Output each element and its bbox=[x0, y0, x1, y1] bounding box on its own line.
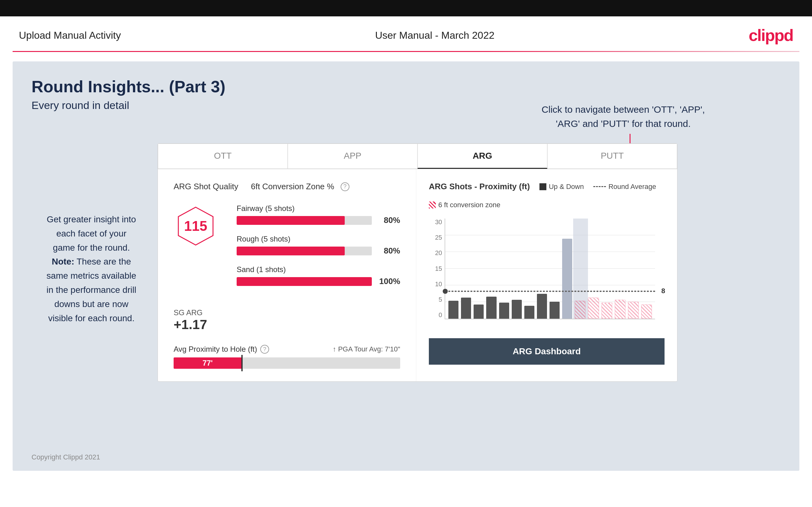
desc-line1: Get greater insight into bbox=[47, 215, 136, 224]
chart-bar-2 bbox=[461, 297, 471, 319]
proximity-label: Avg Proximity to Hole (ft) ? bbox=[173, 345, 269, 354]
sand-pct: 100% bbox=[378, 277, 400, 286]
left-description: Get greater insight into each facet of y… bbox=[32, 213, 151, 325]
sg-value: +1.17 bbox=[173, 317, 400, 332]
chart-title: ARG Shots - Proximity (ft) bbox=[429, 182, 530, 191]
y-label-10: 10 bbox=[429, 281, 442, 288]
sg-label: SG ARG bbox=[173, 308, 400, 317]
proximity-value: 77' bbox=[203, 359, 213, 368]
legend-roundavg: Round Average bbox=[593, 183, 656, 191]
right-panel: ARG Shots - Proximity (ft) Up & Down Rou… bbox=[416, 169, 677, 381]
rough-bar-row: Rough (5 shots) 80% bbox=[237, 235, 400, 256]
y-label-15: 15 bbox=[429, 265, 442, 272]
sand-track: 100% bbox=[237, 277, 400, 286]
rough-track: 80% bbox=[237, 246, 400, 256]
legend-updown-square bbox=[540, 183, 546, 190]
legend-6ft-label: 6 ft conversion zone bbox=[438, 201, 500, 209]
shot-quality-label: ARG Shot Quality bbox=[173, 182, 238, 191]
clippd-logo: clippd bbox=[749, 26, 793, 45]
proximity-text: Avg Proximity to Hole (ft) bbox=[173, 345, 257, 354]
pga-avg-label: ↑ PGA Tour Avg: 7'10" bbox=[333, 345, 400, 353]
legend-6ft: 6 ft conversion zone bbox=[429, 201, 500, 209]
bar-chart: 0 5 10 15 20 25 30 bbox=[429, 219, 665, 338]
ref-line: 8 bbox=[445, 291, 655, 292]
rough-pct: 80% bbox=[378, 246, 400, 256]
user-manual-label: User Manual - March 2022 bbox=[375, 30, 494, 41]
chart-header: ARG Shots - Proximity (ft) Up & Down Rou… bbox=[429, 182, 665, 209]
chart-bar-hatch-2 bbox=[588, 297, 599, 319]
sg-container: SG ARG +1.17 bbox=[173, 308, 400, 332]
left-panel: ARG Shot Quality 6ft Conversion Zone % ?… bbox=[158, 169, 416, 381]
fairway-track: 80% bbox=[237, 215, 400, 225]
section-header: ARG Shot Quality 6ft Conversion Zone % ? bbox=[173, 182, 400, 191]
y-label-0: 0 bbox=[429, 312, 442, 319]
proximity-bar-fill: 77' bbox=[173, 357, 242, 369]
chart-bar-1 bbox=[448, 301, 458, 319]
sand-bg bbox=[237, 277, 372, 286]
proximity-bar-track: 77' bbox=[173, 357, 400, 369]
help-icon[interactable]: ? bbox=[341, 182, 349, 191]
y-label-20: 20 bbox=[429, 249, 442, 257]
ref-dot bbox=[443, 289, 448, 294]
desc-line2: each facet of your bbox=[56, 229, 127, 238]
tab-arg[interactable]: ARG bbox=[417, 144, 547, 169]
legend-updown-label: Up & Down bbox=[549, 183, 584, 191]
chart-bar-hatch-4 bbox=[615, 300, 625, 319]
rough-fill bbox=[237, 246, 345, 256]
hex-score: 115 bbox=[184, 218, 207, 234]
header: Upload Manual Activity User Manual - Mar… bbox=[0, 16, 812, 51]
chart-bar-9 bbox=[550, 302, 560, 319]
tab-ott[interactable]: OTT bbox=[158, 144, 288, 169]
chart-bar-highlight bbox=[562, 239, 572, 319]
top-bar bbox=[0, 0, 812, 16]
fairway-fill bbox=[237, 216, 345, 225]
fairway-label: Fairway (5 shots) bbox=[237, 204, 400, 213]
y-label-25: 25 bbox=[429, 234, 442, 241]
chart-bar-3 bbox=[473, 304, 484, 319]
upload-activity-label: Upload Manual Activity bbox=[19, 30, 121, 41]
legend-hatch-square bbox=[429, 202, 436, 209]
chart-area: 0 5 10 15 20 25 30 bbox=[445, 219, 655, 319]
legend-roundavg-label: Round Average bbox=[608, 183, 656, 191]
y-label-30: 30 bbox=[429, 219, 442, 226]
nav-annotation-line2: 'ARG' and 'PUTT' for that round. bbox=[542, 116, 705, 131]
dashboard-panel: OTT APP ARG PUTT ARG Shot Quality 6ft Co… bbox=[158, 143, 677, 382]
rough-bg bbox=[237, 246, 372, 256]
rough-label: Rough (5 shots) bbox=[237, 235, 400, 243]
nav-annotation-line1: Click to navigate between 'OTT', 'APP', bbox=[542, 102, 705, 116]
fairway-bg bbox=[237, 216, 372, 225]
chart-bar-hatch-5 bbox=[628, 302, 639, 319]
hex-bars-container: 115 Fairway (5 shots) 80% bbox=[173, 204, 400, 296]
header-divider bbox=[13, 51, 799, 52]
desc-line8: visible for each round. bbox=[48, 313, 135, 323]
chart-bar-hatch-6 bbox=[641, 304, 652, 319]
arg-dashboard-button[interactable]: ARG Dashboard bbox=[429, 338, 665, 365]
chart-bar-5 bbox=[499, 303, 509, 319]
fairway-pct: 80% bbox=[378, 215, 400, 225]
proximity-help-icon[interactable]: ? bbox=[260, 345, 269, 354]
sand-bar-row: Sand (1 shots) 100% bbox=[237, 265, 400, 286]
tab-putt[interactable]: PUTT bbox=[547, 144, 677, 169]
sand-fill bbox=[237, 277, 372, 286]
chart-bar-4 bbox=[486, 297, 496, 319]
desc-note: Note: bbox=[52, 257, 74, 267]
desc-line4: These are the bbox=[77, 257, 131, 267]
footer-copyright: Copyright Clippd 2021 bbox=[32, 453, 100, 461]
tab-app[interactable]: APP bbox=[288, 144, 417, 169]
desc-line3: game for the round. bbox=[53, 243, 130, 252]
desc-line6: in the performance drill bbox=[47, 285, 137, 295]
sand-label: Sand (1 shots) bbox=[237, 265, 400, 274]
y-labels: 0 5 10 15 20 25 30 bbox=[429, 219, 442, 319]
desc-line7: downs but are now bbox=[54, 299, 128, 309]
fairway-bar-row: Fairway (5 shots) 80% bbox=[237, 204, 400, 225]
main-content: Round Insights... (Part 3) Every round i… bbox=[13, 61, 799, 471]
panel-body: ARG Shot Quality 6ft Conversion Zone % ?… bbox=[158, 169, 677, 381]
chart-bar-hatch-3 bbox=[602, 303, 612, 319]
legend-updown: Up & Down bbox=[540, 183, 584, 191]
legend-dashed-line bbox=[593, 186, 606, 187]
ref-label: 8 bbox=[661, 287, 665, 295]
y-label-5: 5 bbox=[429, 296, 442, 303]
page-title: Round Insights... (Part 3) bbox=[32, 77, 780, 96]
desc-line5: same metrics available bbox=[47, 271, 137, 281]
conversion-zone-label: 6ft Conversion Zone % bbox=[251, 182, 334, 191]
